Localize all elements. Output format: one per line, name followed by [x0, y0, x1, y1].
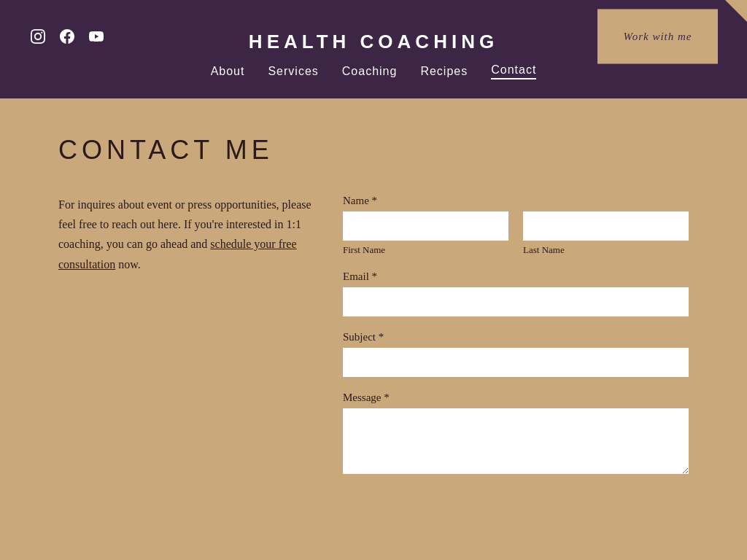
nav-item-recipes[interactable]: Recipes — [420, 65, 468, 78]
site-title: HEALTH COACHING — [249, 31, 498, 53]
facebook-icon[interactable] — [58, 28, 76, 45]
description-text: For inquires about event or press opport… — [58, 195, 314, 274]
cta-button[interactable]: Work with me — [597, 9, 718, 63]
email-group: Email * — [343, 271, 689, 316]
youtube-icon[interactable] — [88, 28, 105, 45]
page-title: CONTACT ME — [58, 135, 689, 166]
description-column: For inquires about event or press opport… — [58, 195, 314, 474]
last-name-field: Last Name — [523, 211, 689, 256]
message-group: Message * — [343, 392, 689, 474]
first-name-input[interactable] — [343, 211, 508, 241]
social-icons — [29, 28, 105, 45]
subject-label: Subject * — [343, 331, 689, 343]
email-input[interactable] — [343, 287, 689, 316]
last-name-label: Last Name — [523, 244, 689, 256]
nav-item-services[interactable]: Services — [268, 65, 318, 78]
first-name-field: First Name — [343, 211, 508, 256]
instagram-icon[interactable] — [29, 28, 47, 45]
corner-decoration — [725, 0, 747, 22]
nav-item-coaching[interactable]: Coaching — [342, 65, 398, 78]
nav-item-about[interactable]: About — [211, 65, 245, 78]
email-label: Email * — [343, 271, 689, 283]
content-grid: For inquires about event or press opport… — [58, 195, 689, 474]
contact-form: Name * First Name Last Name Email * — [343, 195, 689, 474]
nav-item-contact[interactable]: Contact — [491, 63, 536, 79]
name-label: Name * — [343, 195, 689, 207]
nav-menu: About Services Coaching Recipes Contact — [211, 63, 537, 79]
first-name-label: First Name — [343, 244, 508, 256]
message-label: Message * — [343, 392, 689, 404]
subject-input[interactable] — [343, 348, 689, 377]
name-group: Name * First Name Last Name — [343, 195, 689, 256]
header-top: HEALTH COACHING Work with me — [29, 20, 718, 53]
last-name-input[interactable] — [523, 211, 689, 241]
name-row: First Name Last Name — [343, 211, 689, 256]
main-content: CONTACT ME For inquires about event or p… — [0, 98, 747, 560]
site-header: HEALTH COACHING Work with me About Servi… — [0, 0, 747, 98]
message-textarea[interactable] — [343, 408, 689, 474]
description-part2: now. — [115, 258, 141, 271]
subject-group: Subject * — [343, 331, 689, 377]
